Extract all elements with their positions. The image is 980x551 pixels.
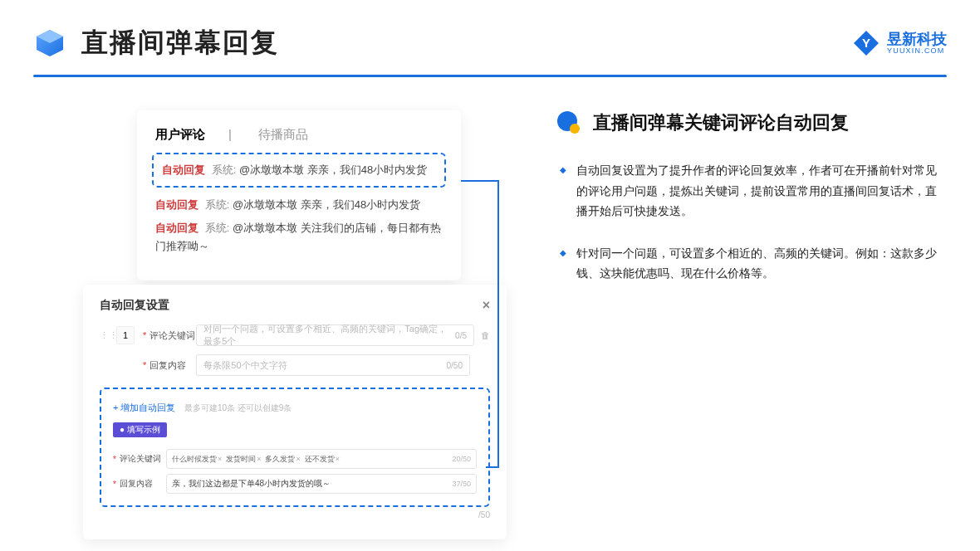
reply-row: *回复内容 每条限50个中文字符 0/50 (100, 354, 490, 376)
example-highlight: + 增加自动回复 最多可建10条 还可以创建9条 ● 填写示例 *评论关键词 什… (100, 388, 490, 507)
settings-title: 自动回复设置 (100, 298, 169, 313)
example-reply-row: *回复内容 亲，我们这边都是下单48小时内发货的哦～ 37/50 (113, 474, 477, 494)
example-keyword-input[interactable]: 什么时候发货× 发货时间× 多久发货× 还不发货× 20/50 (166, 449, 477, 469)
settings-card: 自动回复设置 × ⋮⋮ 1 *评论关键词 对同一个问题，可设置多个相近、高频的关… (83, 285, 507, 539)
info-heading: 直播间弹幕关键词评论自动回复 (593, 110, 849, 135)
svg-point-5 (570, 124, 580, 134)
comments-card: 用户评论| 待播商品 自动回复 系统: @冰墩墩本墩 亲亲，我们48小时内发货 … (137, 110, 461, 280)
comment-row: 自动回复 系统: @冰墩墩本墩 亲亲，我们48小时内发货 (155, 196, 443, 214)
info-column: 直播间弹幕关键词评论自动回复 自动回复设置为了提升作者的评论回复效率，作者可在开… (515, 110, 947, 509)
screenshot-stack: 用户评论| 待播商品 自动回复 系统: @冰墩墩本墩 亲亲，我们48小时内发货 … (83, 110, 515, 509)
info-bullet-2: 针对同一个问题，可设置多个相近的、高频的关键词。例如：这款多少钱、这块能优惠吗、… (576, 243, 947, 284)
page-title: 直播间弹幕回复 (81, 25, 279, 61)
reply-input[interactable]: 每条限50个中文字符 0/50 (196, 354, 470, 376)
svg-text:Y: Y (862, 36, 870, 50)
keyword-row: ⋮⋮ 1 *评论关键词 对同一个问题，可设置多个相近、高频的关键词，Tag确定，… (100, 324, 490, 346)
drag-handle-icon[interactable]: ⋮⋮ (100, 330, 116, 341)
auto-reply-tag: 自动回复 (162, 163, 205, 176)
brand-icon: Y (852, 29, 880, 57)
example-badge: ● 填写示例 (113, 422, 167, 437)
example-keyword-row: *评论关键词 什么时候发货× 发货时间× 多久发货× 还不发货× 20/50 (113, 449, 477, 469)
tab-products[interactable]: 待播商品 (258, 127, 325, 141)
info-bullet-1: 自动回复设置为了提升作者的评论回复效率，作者可在开播前针对常见的评论用户问题，提… (576, 160, 947, 222)
bubble-icon (556, 110, 581, 135)
brand-block: Y 昱新科技 YUUXIN.COM (852, 29, 947, 57)
comment-highlight: 自动回复 系统: @冰墩墩本墩 亲亲，我们48小时内发货 (152, 153, 446, 188)
tabs: 用户评论| 待播商品 (155, 127, 443, 143)
brand-name: 昱新科技 (887, 32, 947, 46)
delete-icon[interactable]: 🗑 (481, 330, 490, 340)
close-icon[interactable]: × (483, 298, 490, 313)
keyword-input[interactable]: 对同一个问题，可设置多个相近、高频的关键词，Tag确定，最多5个 0/5 (196, 324, 474, 346)
add-reply-hint: 最多可建10条 还可以创建9条 (184, 403, 292, 412)
footer-count: /50 (478, 510, 490, 519)
comment-row: 自动回复 系统: @冰墩墩本墩 关注我们的店铺，每日都有热门推荐呦～ (155, 219, 443, 256)
add-reply-link[interactable]: + 增加自动回复 (113, 402, 175, 414)
row-index: 1 (116, 326, 135, 344)
example-reply-input[interactable]: 亲，我们这边都是下单48小时内发货的哦～ 37/50 (166, 474, 477, 494)
page-icon (33, 27, 66, 60)
tab-comments[interactable]: 用户评论 (155, 127, 222, 141)
brand-sub: YUUXIN.COM (887, 46, 947, 55)
